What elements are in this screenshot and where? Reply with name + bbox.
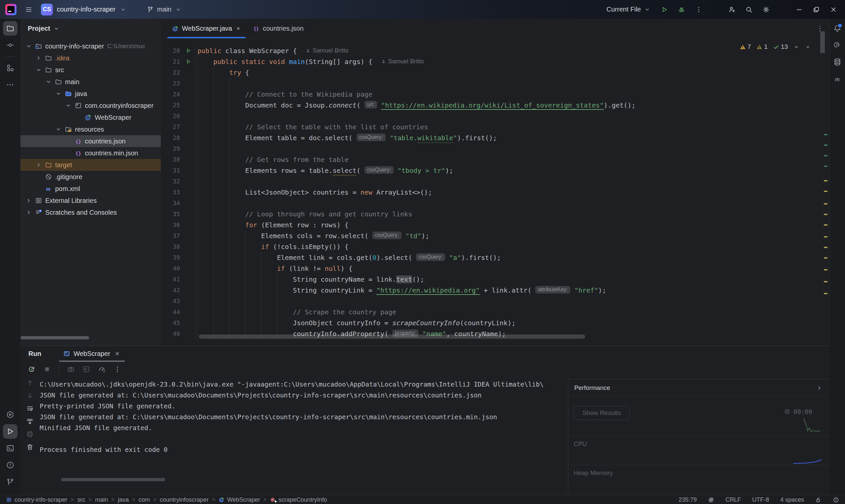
editor-horizontal-scrollbar[interactable] (199, 335, 585, 339)
code-line[interactable]: 27// Select the table with the list of c… (161, 121, 829, 132)
breadcrumb-item[interactable]: countryinfoscraper (160, 497, 209, 503)
clear-all-icon[interactable] (26, 443, 34, 451)
tool-button-database[interactable] (830, 55, 845, 69)
prev-problem-icon[interactable] (793, 44, 799, 50)
tree-item[interactable]: {}countries.min.json (20, 147, 161, 159)
caret-position[interactable]: 235:79 (678, 497, 697, 503)
line-number[interactable]: 31 (161, 167, 181, 174)
tool-button-problems-tool[interactable] (3, 458, 17, 472)
stripe-mark[interactable] (824, 191, 828, 192)
next-problem-icon[interactable] (805, 44, 811, 50)
breadcrumb-item[interactable]: src (77, 497, 85, 503)
stop-button[interactable] (43, 365, 51, 373)
code-line[interactable]: 45JsonObject countryInfo = scrapeCountry… (161, 317, 829, 328)
tool-button-ai-assistant[interactable] (830, 38, 845, 52)
line-number[interactable]: 39 (161, 254, 181, 261)
tree-item[interactable]: {}countries.json (20, 135, 161, 147)
line-number[interactable]: 45 (161, 319, 181, 326)
line-number[interactable]: 46 (161, 330, 181, 337)
stripe-mark[interactable] (824, 155, 828, 156)
tool-button-project-tool[interactable] (3, 21, 17, 36)
line-number[interactable]: 38 (161, 243, 181, 250)
code-line[interactable]: 39Element link = cols.get(0).select( css… (161, 252, 829, 263)
stripe-mark[interactable] (824, 134, 828, 135)
line-number[interactable]: 21 (161, 58, 181, 65)
editor-tab[interactable]: {}countries.json (247, 19, 309, 38)
stripe-mark[interactable] (824, 269, 828, 270)
tree-item[interactable]: target (20, 159, 161, 171)
code-line[interactable]: 42String countryLink = "https://en.wikip… (161, 285, 829, 295)
more-icon[interactable] (114, 365, 121, 373)
breadcrumb-item[interactable]: WebScraper (219, 497, 260, 503)
notifications-icon[interactable] (833, 497, 839, 503)
run-button[interactable] (661, 6, 668, 13)
code-line[interactable]: 23 (161, 78, 829, 89)
project-widget[interactable]: CS country-info-scraper (41, 4, 127, 16)
tree-item[interactable]: External Libraries (20, 195, 161, 206)
line-number[interactable]: 27 (161, 123, 181, 130)
code-line[interactable]: 21public static void main(String[] args)… (161, 56, 829, 67)
settings-icon[interactable] (762, 6, 770, 13)
code-line[interactable]: 34 (161, 198, 829, 209)
print-icon[interactable] (26, 430, 34, 438)
code-line[interactable]: 25Document doc = Jsoup.connect( url: "ht… (161, 100, 829, 110)
line-number[interactable]: 37 (161, 232, 181, 239)
line-number[interactable]: 33 (161, 189, 181, 196)
highlighting-level-icon[interactable] (708, 497, 714, 503)
minimize-button[interactable] (795, 6, 803, 13)
code-editor[interactable]: 20public class WebScraper {Samuel Britto… (161, 38, 829, 346)
breadcrumb-item[interactable]: country-info-scraper (6, 497, 67, 503)
tool-button-maven-tool[interactable]: m (830, 72, 845, 86)
next-occurrence-icon[interactable] (26, 392, 34, 399)
tool-button-run-tool[interactable] (3, 424, 17, 439)
code-line[interactable]: 32 (161, 176, 829, 187)
performance-header[interactable]: Performance (568, 379, 829, 397)
code-line[interactable]: 40if (link != null) { (161, 263, 829, 274)
vcs-widget[interactable]: main (146, 6, 182, 13)
breadcrumb-item[interactable]: main (95, 497, 108, 503)
tree-item[interactable]: country-info-scraperC:\Users\muc (20, 40, 161, 52)
stripe-mark[interactable] (824, 214, 828, 215)
tree-item[interactable]: java (20, 88, 161, 100)
stripe-mark[interactable] (824, 247, 828, 248)
run-tab[interactable]: WebScraper (59, 346, 125, 361)
prev-occurrence-icon[interactable] (26, 379, 34, 386)
code-line[interactable]: 20public class WebScraper {Samuel Britto (161, 45, 829, 56)
close-button[interactable] (830, 6, 837, 13)
stripe-mark[interactable] (824, 203, 828, 204)
line-number[interactable]: 42 (161, 287, 181, 293)
line-number[interactable]: 40 (161, 265, 181, 272)
stripe-mark[interactable] (824, 144, 828, 146)
code-line[interactable]: 24// Connect to the Wikipedia page (161, 89, 829, 100)
project-scrollbar[interactable] (20, 336, 89, 339)
line-number[interactable]: 36 (161, 221, 181, 228)
import-results-icon[interactable] (83, 365, 90, 373)
stripe-mark[interactable] (824, 166, 828, 167)
code-line[interactable]: 28Element table = doc.select( cssQuery: … (161, 132, 829, 143)
code-line[interactable]: 22try { (161, 67, 829, 78)
more-actions-icon[interactable] (695, 6, 702, 13)
error-stripe[interactable] (824, 38, 828, 346)
code-line[interactable]: 43 (161, 295, 829, 306)
tool-button-git-tool[interactable] (3, 475, 17, 489)
run-config-selector[interactable]: Current File (607, 6, 651, 13)
line-number[interactable]: 23 (161, 80, 181, 87)
profiler-icon[interactable] (98, 365, 106, 373)
line-number[interactable]: 44 (161, 308, 181, 315)
breadcrumb-item[interactable]: mscrapeCountryInfo (270, 497, 327, 503)
code-line[interactable]: 35// Loop through rows and get country l… (161, 209, 829, 219)
debug-button[interactable] (678, 6, 685, 13)
tool-button-structure-tool[interactable] (3, 61, 17, 75)
tree-item[interactable]: .gitignore (20, 171, 161, 183)
scroll-to-end-icon[interactable] (26, 418, 34, 425)
console-scrollbar[interactable] (61, 478, 165, 481)
line-separator[interactable]: CRLF (725, 497, 741, 503)
line-number[interactable]: 34 (161, 200, 181, 206)
tree-item[interactable]: main (20, 76, 161, 88)
tree-item[interactable]: .idea (20, 52, 161, 64)
indent-style[interactable]: 4 spaces (780, 497, 804, 503)
line-number[interactable]: 35 (161, 211, 181, 217)
tree-item[interactable]: resources (20, 123, 161, 135)
code-line[interactable]: 30// Get rows from the table (161, 154, 829, 165)
breadcrumb-item[interactable]: com (139, 497, 150, 503)
